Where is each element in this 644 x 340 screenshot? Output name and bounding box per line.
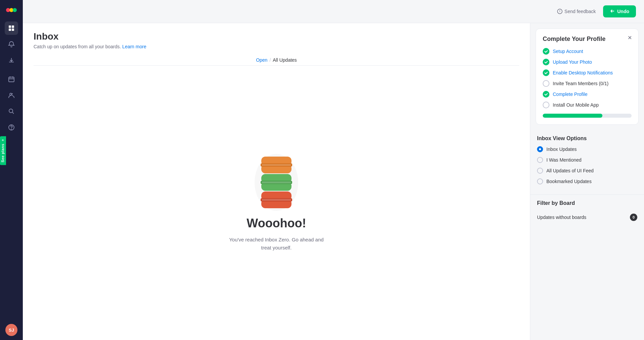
was-mentioned-label: I Was Mentioned [546,157,582,163]
app-logo[interactable] [5,4,17,16]
profile-item-upload-photo: Upload Your Photo [543,59,632,65]
radio-btn-all-updates[interactable] [537,168,543,174]
macaron-illustration [255,154,298,211]
filter-row-no-boards: Updates without boards 0 [537,211,637,224]
radio-icon-mobile [543,102,549,108]
filter-section-title: Filter by Board [537,200,637,206]
progress-bar-fill [543,114,602,118]
main-content: Inbox Catch up on updates from all your … [23,23,530,340]
breadcrumb-separator: / [269,57,271,63]
svg-point-8 [10,93,12,95]
page-header: Inbox Catch up on updates from all your … [23,23,530,55]
search-icon[interactable] [5,105,18,118]
home-icon[interactable] [5,21,18,35]
empty-title: Wooohoo! [247,216,306,230]
profile-item-setup-account: Setup Account [543,48,632,55]
radio-btn-inbox-updates[interactable] [537,146,543,152]
undo-button[interactable]: Undo [603,5,636,17]
notification-icon[interactable] [5,38,18,51]
profile-item-mobile-app: Install Our Mobile App [543,102,632,108]
radio-icon-invite [543,80,549,87]
inbox-empty-state: Wooohoo! You've reached Inbox Zero. Go a… [23,66,530,340]
svg-point-2 [13,8,17,12]
profile-item-notifications: Enable Desktop Notifications [543,69,632,76]
calendar-icon[interactable] [5,72,18,86]
upload-photo-label: Upload Your Photo [553,59,592,65]
mobile-app-label: Install Our Mobile App [553,102,599,108]
send-feedback-button[interactable]: Send feedback [554,7,599,16]
radio-option-bookmarked[interactable]: Bookmarked Updates [537,178,637,184]
download-icon[interactable] [5,54,18,67]
check-icon-complete [543,91,549,98]
top-bar: Send feedback Undo [23,0,644,23]
radio-btn-was-mentioned[interactable] [537,157,543,163]
notifications-label: Enable Desktop Notifications [553,70,613,75]
svg-point-9 [9,109,13,113]
breadcrumb-current: All Updates [273,57,297,63]
breadcrumb: Open / All Updates [34,55,519,66]
bookmarked-label: Bookmarked Updates [546,179,592,184]
complete-profile-label: Complete Profile [553,92,588,97]
page-title: Inbox [34,31,519,42]
profile-card-title: Complete Your Profile [543,36,632,43]
invite-team-label: Invite Team Members (0/1) [553,81,608,86]
team-icon[interactable] [5,89,18,102]
svg-point-11 [11,129,12,129]
profile-item-complete-profile: Complete Profile [543,91,632,98]
profile-card: Complete Your Profile ✕ Setup Account Up… [536,29,639,125]
radio-option-all-updates[interactable]: All Updates of UI Feed [537,168,637,174]
svg-rect-5 [9,29,11,31]
setup-account-label: Setup Account [553,49,583,54]
all-updates-label: All Updates of UI Feed [546,168,594,173]
avatar[interactable]: SJ [5,324,17,336]
empty-subtitle: You've reached Inbox Zero. Go ahead and … [229,236,324,252]
check-icon-upload [543,59,549,65]
sidebar: See plans + SJ [0,0,23,340]
radio-btn-bookmarked[interactable] [537,178,543,184]
svg-rect-6 [12,29,14,31]
filter-label-no-boards: Updates without boards [537,215,586,220]
view-options-title: Inbox View Options [537,135,637,141]
inbox-updates-label: Inbox Updates [546,147,577,152]
breadcrumb-open[interactable]: Open [256,57,267,63]
check-icon-notifications [543,69,549,76]
svg-rect-3 [9,25,11,28]
learn-more-link[interactable]: Learn more [122,44,147,49]
inbox-view-options: Inbox View Options Inbox Updates I Was M… [530,130,644,194]
profile-progress-bar [543,114,632,118]
radio-option-was-mentioned[interactable]: I Was Mentioned [537,157,637,163]
svg-rect-4 [12,25,14,28]
right-panel: Complete Your Profile ✕ Setup Account Up… [530,23,644,340]
filter-count-no-boards: 0 [630,214,637,221]
check-icon-setup [543,48,549,55]
see-plans-tab[interactable]: See plans + [0,136,6,165]
filter-by-board: Filter by Board Updates without boards 0 [530,194,644,229]
svg-rect-7 [9,77,14,82]
close-profile-card-button[interactable]: ✕ [626,34,634,42]
help-icon[interactable] [5,121,18,134]
profile-item-invite-team: Invite Team Members (0/1) [543,80,632,87]
page-subtitle: Catch up on updates from all your boards… [34,44,519,49]
radio-option-inbox-updates[interactable]: Inbox Updates [537,146,637,152]
